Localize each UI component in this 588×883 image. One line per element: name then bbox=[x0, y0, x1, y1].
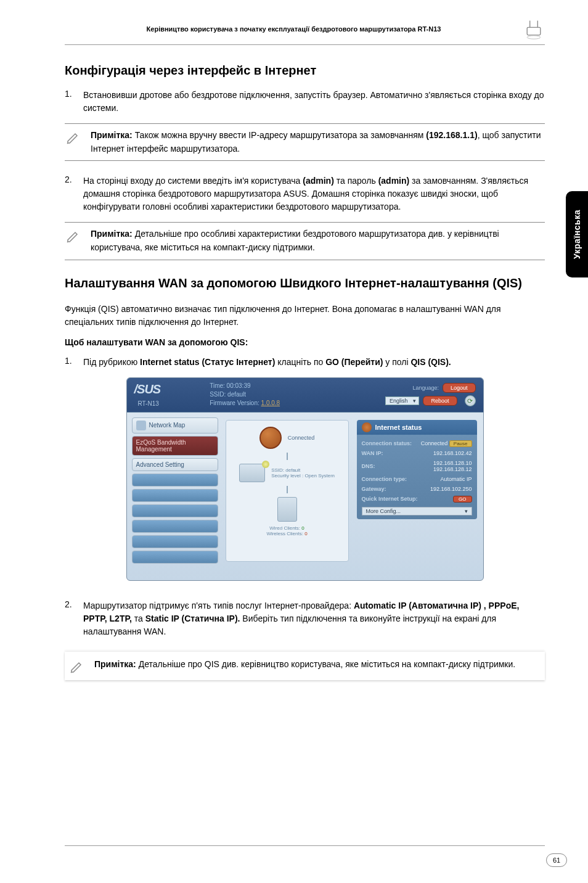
asus-logo: /SUS bbox=[134, 382, 161, 396]
nav-network-map[interactable]: Network Map bbox=[132, 417, 218, 433]
router-node-icon[interactable] bbox=[239, 464, 265, 482]
s1-step1-num: 1. bbox=[65, 89, 75, 115]
gateway-val: 192.168.102.250 bbox=[430, 486, 472, 492]
qis-key: Quick Internet Setup: bbox=[362, 496, 418, 502]
section1-title: Конфігурація через інтерфейс в Інтернет bbox=[65, 64, 545, 78]
conn-type-key: Connection type: bbox=[362, 476, 407, 482]
globe-icon[interactable] bbox=[259, 427, 282, 449]
conn-type-val: Automatic IP bbox=[440, 476, 472, 482]
more-config-select[interactable]: More Config...▾ bbox=[362, 507, 472, 515]
go-button[interactable]: GO bbox=[453, 496, 472, 503]
map-icon bbox=[136, 421, 146, 430]
s2-step1-text: Під рубрикою Internet status (Статус Інт… bbox=[83, 356, 545, 369]
nav-item-4[interactable] bbox=[132, 520, 218, 533]
fw-link[interactable]: 1.0.0.8 bbox=[261, 400, 280, 406]
s2-1f: QIS (QIS). bbox=[410, 357, 451, 367]
pencil-icon bbox=[68, 658, 86, 674]
topology-panel: Connected SSID: default Security level :… bbox=[226, 420, 349, 562]
s2-1d: GO (Перейти) bbox=[325, 357, 383, 367]
lang-label: Language: bbox=[412, 385, 439, 391]
svg-point-3 bbox=[527, 36, 541, 39]
s1-step2-text: На сторінці входу до системи введіть ім'… bbox=[83, 175, 545, 213]
note2-text: Детальніше про особливі характеристики б… bbox=[91, 229, 499, 252]
wired-label: Wired Clients: bbox=[269, 525, 301, 531]
internet-status-header: Internet status bbox=[357, 420, 477, 435]
wired-count: 0 bbox=[301, 525, 304, 531]
reboot-button[interactable]: Reboot bbox=[423, 396, 457, 406]
globe-small-icon bbox=[362, 422, 372, 432]
section2-title: Налаштування WAN за допомогою Швидкого І… bbox=[65, 275, 545, 292]
nav-adv-label: Advanced Setting bbox=[136, 461, 184, 468]
language-select[interactable]: English ▾ bbox=[385, 396, 420, 405]
nav-ezqos[interactable]: EzQoS Bandwidth Management bbox=[132, 436, 218, 456]
s2-2a: Маршрутизатор підтримує п'ять типів посл… bbox=[83, 601, 354, 610]
clients-icon[interactable] bbox=[277, 497, 297, 522]
more-config-label: More Config... bbox=[366, 508, 401, 514]
language-tab-label: Українська bbox=[572, 210, 582, 259]
nav-item-5[interactable] bbox=[132, 535, 218, 548]
s1-step2-admin2: (admin) bbox=[378, 176, 410, 186]
pencil-icon bbox=[65, 129, 82, 155]
wireless-label: Wireless Clients: bbox=[266, 531, 304, 536]
s2-1b: Internet status (Статус Інтернет) bbox=[140, 357, 275, 367]
lang-value: English bbox=[390, 398, 408, 404]
center-ssid: SSID: default bbox=[271, 467, 335, 473]
svg-rect-0 bbox=[527, 27, 541, 35]
s2-step2-num: 2. bbox=[65, 599, 75, 638]
conn-status-val: Connected bbox=[421, 440, 448, 446]
nav-advanced[interactable]: Advanced Setting bbox=[132, 458, 218, 471]
svg-line-4 bbox=[67, 143, 68, 144]
doc-header-title: Керівництво користувача з початку експлу… bbox=[65, 25, 523, 33]
nav-item-1[interactable] bbox=[132, 474, 218, 487]
center-sec: Security level : Open System bbox=[271, 473, 335, 478]
s1-step2-a: На сторінці входу до системи введіть ім'… bbox=[83, 176, 303, 186]
router-icon bbox=[523, 17, 545, 41]
wan-ip-key: WAN IP: bbox=[362, 450, 383, 456]
note3-text: Детальніше про QIS див. керівництво кори… bbox=[136, 659, 515, 669]
s1-step2-b: та пароль bbox=[334, 176, 378, 186]
logout-button[interactable]: Logout bbox=[443, 383, 476, 393]
connected-label: Connected bbox=[288, 435, 315, 441]
nav-map-label: Network Map bbox=[149, 422, 186, 429]
svg-line-6 bbox=[71, 672, 71, 673]
s2-1c: клацніть по bbox=[275, 357, 325, 367]
s1-step2-num: 2. bbox=[65, 175, 75, 213]
note1-prefix: Примітка: bbox=[91, 130, 133, 140]
s2-2d: Static IP (Статична IP). bbox=[145, 614, 240, 623]
s2-1e: у полі bbox=[383, 357, 410, 367]
pencil-icon bbox=[65, 228, 82, 254]
s2-step2-text: Маршрутизатор підтримує п'ять типів посл… bbox=[83, 599, 545, 638]
dns-val1: 192.168.128.10 bbox=[433, 460, 472, 466]
s2-1a: Під рубрикою bbox=[83, 357, 140, 367]
s2-2c: та bbox=[132, 614, 145, 623]
s2-intro: Функція (QIS) автоматично визначає тип п… bbox=[65, 303, 545, 329]
ssid-label: SSID: default bbox=[210, 390, 280, 399]
note1-text: Також можна вручну ввести ІР-адресу марш… bbox=[133, 130, 427, 140]
s2-step1-num: 1. bbox=[65, 356, 75, 369]
svg-line-5 bbox=[67, 242, 68, 242]
nav-item-2[interactable] bbox=[132, 489, 218, 502]
pause-button[interactable]: Pause bbox=[449, 440, 472, 447]
s1-note1: Примітка: Також можна вручну ввести ІР-а… bbox=[91, 129, 545, 155]
nav-item-6[interactable] bbox=[132, 551, 218, 564]
s2-sub: Щоб налаштувати WAN за допомогою QIS: bbox=[65, 337, 545, 347]
dns-key: DNS: bbox=[362, 463, 375, 469]
page-number: 61 bbox=[546, 853, 567, 867]
time-label: Time: 00:03:39 bbox=[210, 382, 280, 390]
router-ui-screenshot: /SUS RT-N13 Time: 00:03:39 SSID: default… bbox=[126, 377, 484, 581]
model-label: RT-N13 bbox=[138, 400, 161, 407]
refresh-icon[interactable]: ⟳ bbox=[465, 395, 476, 406]
nav-ezqos-label: EzQoS Bandwidth Management bbox=[136, 439, 214, 453]
s2-note3: Примітка: Детальніше про QIS див. керівн… bbox=[94, 658, 515, 674]
s1-step2-admin1: (admin) bbox=[303, 176, 334, 186]
note3-prefix: Примітка: bbox=[94, 659, 136, 669]
fw-label: Firmware Version: bbox=[210, 400, 261, 406]
s1-note2: Примітка: Детальніше про особливі характ… bbox=[91, 228, 545, 254]
nav-item-3[interactable] bbox=[132, 504, 218, 517]
dns-val2: 192.168.128.12 bbox=[433, 466, 472, 472]
wan-ip-val: 192.168.102.42 bbox=[433, 450, 472, 456]
gateway-key: Gateway: bbox=[362, 486, 386, 492]
note2-prefix: Примітка: bbox=[91, 229, 133, 239]
conn-status-key: Connection status: bbox=[362, 440, 412, 446]
language-tab: Українська bbox=[566, 191, 588, 277]
